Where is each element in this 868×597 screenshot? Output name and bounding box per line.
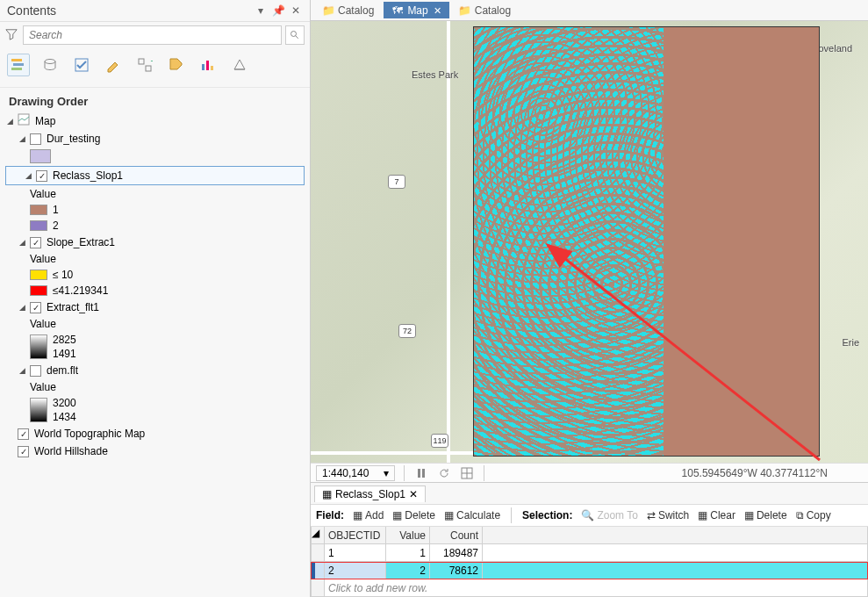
list-by-snapping-button[interactable]: ＋ — [133, 54, 156, 76]
class-2[interactable]: 2 — [0, 218, 310, 234]
visibility-checkbox[interactable] — [30, 133, 41, 145]
value-heading: Value — [0, 251, 310, 267]
row-header[interactable] — [311, 544, 325, 562]
symbol-swatch — [30, 270, 47, 280]
table-row[interactable]: 1 1 189487 — [311, 544, 868, 562]
cell-count: 78612 — [430, 562, 483, 579]
delete-field-button[interactable]: ▦Delete — [392, 509, 435, 521]
layer-reclass[interactable]: ◢ Reclass_Slop1 — [5, 166, 305, 185]
cell-count: 189487 — [430, 544, 483, 562]
close-icon[interactable]: ✕ — [409, 488, 418, 500]
visibility-checkbox[interactable] — [18, 428, 29, 440]
zoom-icon: 🔍 — [581, 509, 594, 521]
svg-line-1 — [296, 36, 298, 39]
add-field-button[interactable]: ▦Add — [353, 509, 384, 521]
list-by-editing-button[interactable] — [102, 54, 125, 76]
map-icon — [18, 113, 30, 128]
list-by-perspective-button[interactable] — [228, 54, 251, 76]
svg-rect-4 — [11, 68, 22, 70]
tab-catalog-2[interactable]: 📁 Catalog — [451, 2, 519, 18]
delete-selection-button[interactable]: ▦Delete — [744, 509, 787, 521]
tab-map[interactable]: 🗺 Map ✕ — [384, 2, 448, 18]
gradient-swatch — [30, 334, 47, 359]
row-header[interactable] — [311, 579, 325, 597]
grid-header: ◢ OBJECTID Value Count — [311, 527, 868, 544]
dropdown-icon[interactable]: ▾ — [254, 4, 268, 18]
class-le41[interactable]: ≤41.219341 — [0, 283, 310, 298]
layer-hillshade[interactable]: World Hillshade — [0, 442, 310, 460]
symbol-swatch — [30, 285, 47, 296]
visibility-checkbox[interactable] — [30, 365, 41, 377]
add-icon: ▦ — [353, 509, 362, 521]
pin-icon[interactable]: 📌 — [271, 4, 285, 18]
visibility-checkbox[interactable] — [30, 237, 41, 248]
route-7-shield: 7 — [388, 175, 405, 189]
collapse-icon[interactable]: ◢ — [18, 238, 26, 247]
cell-value: 2 — [386, 562, 430, 579]
col-objectid[interactable]: OBJECTID — [325, 527, 386, 544]
map-label: Map — [33, 114, 57, 128]
map-canvas[interactable]: Estes Park Big-Thompson Canyon Loveland … — [311, 21, 868, 463]
col-value[interactable]: Value — [386, 527, 430, 544]
list-by-drawing-order-button[interactable] — [7, 54, 30, 76]
class-le10[interactable]: ≤ 10 — [0, 267, 310, 283]
table-row-selected[interactable]: 2 2 78612 — [311, 562, 868, 579]
main-area: 📁 Catalog 🗺 Map ✕ 📁 Catalog Estes Park B… — [311, 0, 868, 597]
layer-dur-testing[interactable]: ◢ Dur_testing — [0, 130, 310, 147]
cursor-coordinates: 105.5945649°W 40.3774112°N — [682, 467, 828, 479]
col-count[interactable]: Count — [430, 527, 483, 544]
visibility-checkbox[interactable] — [36, 170, 47, 182]
snap-grid-button[interactable] — [459, 465, 475, 481]
drawing-order-heading: Drawing Order — [0, 88, 310, 111]
collapse-icon[interactable]: ◢ — [18, 366, 26, 375]
stretch-dem[interactable]: 3200 1434 — [0, 395, 310, 425]
attr-tab-reclass[interactable]: ▦ Reclass_Slop1 ✕ — [314, 486, 426, 502]
pause-drawing-button[interactable] — [413, 465, 429, 481]
class-1[interactable]: 1 — [0, 202, 310, 218]
tab-catalog-1[interactable]: 📁 Catalog — [314, 2, 382, 18]
layer-extract[interactable]: ◢ Extract_flt1 — [0, 298, 310, 316]
collapse-icon[interactable]: ◢ — [18, 303, 26, 312]
filter-icon[interactable] — [5, 28, 19, 42]
svg-rect-7 — [139, 59, 144, 64]
layer-topo[interactable]: World Topographic Map — [0, 425, 310, 442]
scale-selector[interactable]: 1:440,140 ▾ — [316, 465, 395, 481]
collapse-icon[interactable]: ◢ — [5, 117, 14, 126]
delete-icon: ▦ — [744, 509, 754, 521]
visibility-checkbox[interactable] — [30, 302, 41, 313]
gradient-swatch — [30, 398, 47, 422]
close-icon[interactable]: ✕ — [434, 5, 441, 17]
layer-dem[interactable]: ◢ dem.flt — [0, 362, 310, 379]
list-by-source-button[interactable] — [39, 54, 61, 76]
collapse-icon[interactable]: ◢ — [18, 134, 26, 143]
table-new-row[interactable]: Click to add new row. — [311, 579, 868, 597]
layer-label: World Hillshade — [32, 444, 110, 458]
refresh-button[interactable] — [436, 465, 452, 481]
symbol-swatch — [30, 220, 47, 231]
collapse-icon[interactable]: ◢ — [24, 171, 32, 180]
list-by-chart-button[interactable] — [197, 54, 219, 76]
contents-pane: Contents ▾ 📌 ✕ ＋ Drawing Order ◢ Map ◢ — [0, 0, 311, 597]
visibility-checkbox[interactable] — [18, 446, 29, 457]
search-input[interactable] — [23, 25, 282, 45]
list-by-labeling-button[interactable] — [165, 54, 188, 76]
row-header-corner[interactable]: ◢ — [311, 527, 325, 544]
new-row-hint: Click to add new row. — [325, 579, 868, 597]
value-heading: Value — [0, 379, 310, 395]
map-node[interactable]: ◢ Map — [0, 111, 310, 130]
row-header[interactable] — [311, 562, 325, 579]
calculate-button[interactable]: ▦Calculate — [444, 509, 500, 521]
close-icon[interactable]: ✕ — [289, 4, 303, 18]
symbol-dur-testing[interactable] — [0, 147, 310, 165]
stretch-extract[interactable]: 2825 1491 — [0, 332, 310, 362]
copy-selection-button[interactable]: ⧉Copy — [796, 509, 831, 521]
contents-header: Contents ▾ 📌 ✕ — [0, 0, 310, 22]
list-by-selection-button[interactable] — [70, 54, 93, 76]
layer-label: Extract_flt1 — [45, 300, 101, 314]
switch-selection-button[interactable]: ⇄Switch — [647, 509, 689, 521]
clear-selection-button[interactable]: ▦Clear — [698, 509, 735, 521]
layer-slope[interactable]: ◢ Slope_Extrac1 — [0, 234, 310, 251]
search-button[interactable] — [285, 25, 305, 45]
cell-value: 1 — [386, 544, 430, 562]
copy-icon: ⧉ — [796, 509, 804, 521]
